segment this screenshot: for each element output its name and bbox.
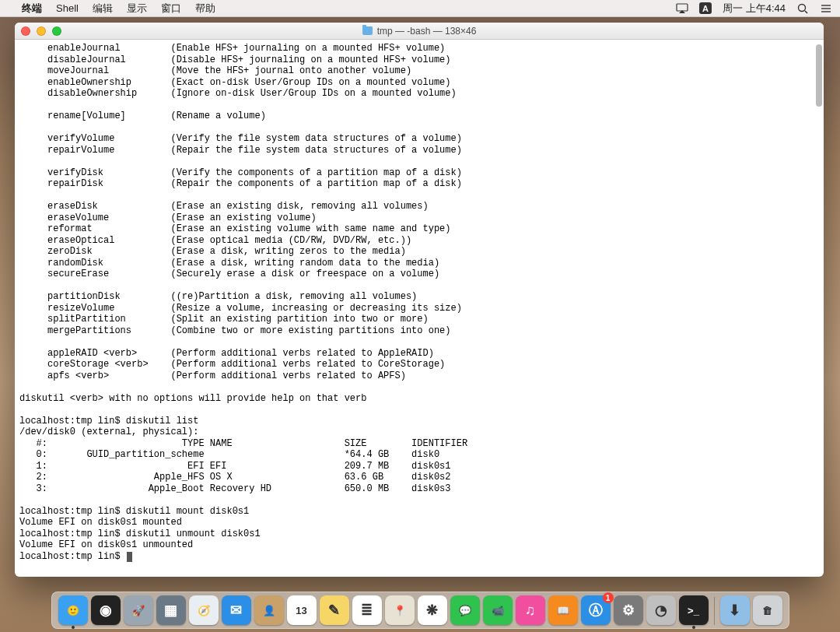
dock-app-mail[interactable]: ✉: [222, 595, 251, 625]
maximize-button[interactable]: [52, 26, 61, 36]
menu-view[interactable]: 显示: [127, 2, 147, 16]
dock-app-preferences[interactable]: ⚙: [614, 595, 643, 625]
spotlight-icon[interactable]: [796, 3, 809, 14]
dock-app-downloads[interactable]: ⬇: [720, 595, 750, 625]
close-button[interactable]: [21, 26, 30, 36]
minimize-button[interactable]: [37, 26, 46, 36]
dock-badge: 1: [603, 592, 614, 603]
menu-edit[interactable]: 编辑: [93, 2, 113, 16]
dock-app-calendar[interactable]: 13: [287, 595, 317, 625]
macos-menubar: 终端 Shell 编辑 显示 窗口 帮助 A 周一 上午4:44: [0, 0, 840, 17]
dock-app-launchpad[interactable]: 🚀: [124, 595, 153, 625]
dock-app-maps[interactable]: 📍: [385, 595, 415, 625]
notification-center-icon[interactable]: [820, 3, 832, 14]
dock-app-photos[interactable]: ❋: [418, 595, 447, 625]
menu-help[interactable]: 帮助: [195, 2, 215, 16]
menubar-clock[interactable]: 周一 上午4:44: [723, 2, 786, 16]
svg-line-3: [805, 11, 807, 13]
svg-rect-0: [677, 4, 688, 11]
dock-app-finder[interactable]: 🙂: [58, 595, 88, 625]
dock-app-mission[interactable]: ▦: [156, 595, 186, 625]
dock-app-siri[interactable]: ◉: [91, 595, 121, 625]
app-menu[interactable]: 终端: [22, 2, 42, 16]
terminal-cursor: [127, 552, 132, 562]
dock-app-facetime[interactable]: 📹: [483, 595, 513, 625]
terminal-window: tmp — -bash — 138×46 enableJournal (Enab…: [15, 23, 824, 577]
menu-window[interactable]: 窗口: [161, 2, 181, 16]
dock-app-diskutility[interactable]: ◔: [646, 595, 676, 625]
svg-point-2: [799, 4, 806, 11]
dock-app-trash[interactable]: 🗑: [753, 595, 782, 625]
input-source-badge[interactable]: A: [699, 2, 712, 14]
window-titlebar[interactable]: tmp — -bash — 138×46: [15, 23, 824, 40]
terminal-content[interactable]: enableJournal (Enable HFS+ journaling on…: [15, 40, 824, 577]
dock-app-safari[interactable]: 🧭: [189, 595, 219, 625]
dock-app-appstore[interactable]: Ⓐ1: [581, 595, 611, 625]
dock-container: 🙂◉🚀▦🧭✉👤13✎≣📍❋💬📹♫📖Ⓐ1⚙◔>_⬇🗑: [51, 592, 789, 629]
scrollbar-thumb[interactable]: [816, 44, 822, 107]
dock-app-terminal[interactable]: >_: [679, 595, 709, 625]
dock-app-ibooks[interactable]: 📖: [548, 595, 578, 625]
dock-app-itunes[interactable]: ♫: [516, 595, 545, 625]
dock-app-contacts[interactable]: 👤: [254, 595, 284, 625]
dock-separator: [714, 597, 715, 625]
terminal-output: enableJournal (Enable HFS+ journaling on…: [19, 43, 819, 562]
dock-app-notes[interactable]: ✎: [320, 595, 349, 625]
dock-app-reminders[interactable]: ≣: [352, 595, 382, 625]
menu-shell[interactable]: Shell: [56, 2, 79, 14]
dock: 🙂◉🚀▦🧭✉👤13✎≣📍❋💬📹♫📖Ⓐ1⚙◔>_⬇🗑: [0, 592, 840, 629]
dock-app-messages[interactable]: 💬: [450, 595, 480, 625]
window-title: tmp — -bash — 138×46: [15, 26, 824, 37]
airplay-icon[interactable]: [676, 3, 688, 14]
folder-icon: [362, 26, 373, 35]
